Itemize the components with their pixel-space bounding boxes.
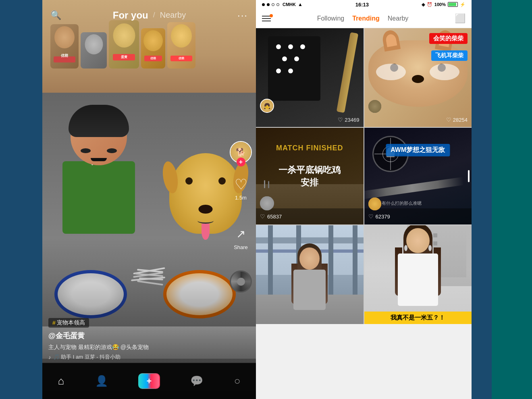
grid-cell-shiba[interactable]: 会笑的柴柴 飞机耳柴柴 ♡ 28254 (364, 28, 472, 127)
wifi-icon: ▲ (298, 2, 303, 7)
carrier-name: CMHK (283, 2, 296, 7)
person-head (71, 109, 127, 165)
music-text: 🎵 助手 I am 豆芽 - 抖音小助 (53, 353, 121, 361)
background-left (0, 0, 42, 399)
guitar-bg-layer (256, 28, 364, 127)
left-header: 🔍 For you / Nearby ··· (42, 0, 256, 30)
home-icon: ⌂ (58, 375, 64, 387)
background-right (492, 0, 532, 399)
music-info: ♪ 🎵 助手 I am 豆芽 - 抖音小助 (48, 353, 226, 361)
dog-pillow-2 (81, 32, 107, 69)
signal-dot-3 (272, 3, 274, 6)
trending-tab[interactable]: Trending (352, 15, 380, 22)
phone-right-panel: CMHK ▲ 16:13 ◈ ⏰ 100% ⚡ Following Trendi… (256, 0, 472, 399)
share-icon: ↗ (232, 225, 250, 243)
heart-icon-3: ♡ (260, 213, 265, 220)
heart-icon-1: ♡ (338, 116, 343, 123)
shiba-cell-avatar (368, 100, 381, 113)
music-disc-center (237, 278, 245, 286)
following-tab[interactable]: Following (317, 15, 345, 22)
sniper-info-bar: ♡ 62379 (364, 208, 472, 224)
heart-icon-2: ♡ (446, 116, 451, 123)
nav-home[interactable]: ⌂ (58, 375, 64, 387)
nav-tabs: Following Trending Nearby (317, 15, 409, 22)
nearby-tab[interactable]: Nearby (160, 10, 186, 20)
bottom-nav: ⌂ 👤 + 💬 ○ (42, 363, 256, 399)
discover-icon: 👤 (95, 375, 108, 387)
grid-cell-portrait[interactable]: 我真不是一米五？！ (364, 225, 472, 324)
polka-dress (268, 36, 320, 101)
girl-jacket (293, 270, 326, 310)
likes-count-4: 62379 (376, 214, 390, 220)
profile-icon: ○ (234, 375, 241, 387)
more-options-icon[interactable]: ··· (237, 10, 248, 21)
shiba-red-tag: 会笑的柴柴 (429, 33, 468, 44)
screen-cast-icon[interactable]: ⬜ (455, 13, 466, 24)
likes-count-1: 23469 (345, 117, 359, 123)
pubg-likes-area: ♡ 65837 (260, 213, 282, 220)
portrait-bottom-text: 我真不是一米五？！ (364, 312, 472, 324)
grid-cell-sniper[interactable]: AWM梦想之狙无敌 你的狙有什么打的那么准嗯 ♡ 62379 (364, 128, 472, 224)
grid-cell-pubg[interactable]: MATCH FINISHED 一杀平底锅吃鸡 安排 ♡ 65837 (256, 128, 364, 224)
nav-profile[interactable]: ○ (234, 375, 241, 387)
status-time: 16:13 (355, 2, 369, 8)
creator-avatar-container[interactable]: 🐕 + (230, 141, 252, 163)
like-count: 1.5m (235, 195, 247, 201)
shiba-blue-tag: 飞机耳柴柴 (431, 50, 468, 61)
music-note-icon: ♪ (48, 354, 51, 360)
game-text-line2: 安排 (301, 177, 318, 187)
status-right: ◈ ⏰ 100% ⚡ (422, 2, 466, 7)
nearby-tab-right[interactable]: Nearby (388, 15, 409, 22)
sniper-likes-area: ♡ 62379 (368, 213, 390, 220)
status-bar: CMHK ▲ 16:13 ◈ ⏰ 100% ⚡ (256, 0, 472, 9)
right-app-header: Following Trending Nearby ⬜ (256, 9, 472, 28)
likes-count-2: 28254 (453, 117, 468, 123)
dog-pillow-1: 优萌 (50, 24, 79, 69)
portrait-face (406, 228, 430, 253)
menu-line-3 (262, 21, 271, 21)
share-button[interactable]: ↗ Share (232, 225, 250, 250)
game-text-line1: 一杀平底锅吃鸡 (278, 165, 341, 175)
for-you-tab[interactable]: For you (113, 10, 148, 21)
phone-left-panel: 优萌 蛋黄 优萌 优萌 (42, 0, 256, 399)
battery-text: 100% (434, 2, 446, 7)
cell-avatar-1: 👧 (260, 99, 274, 113)
signal-indicators: CMHK ▲ (262, 2, 303, 7)
share-label: Share (234, 244, 248, 250)
follow-plus-badge[interactable]: + (237, 158, 245, 166)
grid-cell-guitar[interactable]: 👧 ♡ 23469 (256, 28, 364, 127)
create-button[interactable]: + (139, 374, 159, 388)
nav-discover[interactable]: 👤 (95, 375, 108, 387)
hashtag-text: 宠物本领高 (57, 319, 85, 326)
search-icon[interactable]: 🔍 (50, 10, 61, 21)
awm-tag: AWM梦想之狙无敌 (386, 144, 450, 156)
bottom-info: # 宠物本领高 @金毛蛋黄 主人与宠物 最精彩的游戏😂 @头条宠物 ♪ 🎵 助手… (48, 318, 226, 361)
portrait-body (398, 254, 438, 306)
distant-figure-2 (268, 181, 269, 188)
scroll-indicator (468, 170, 470, 182)
heart-icon: ♡ (232, 175, 250, 193)
heart-icon-4: ♡ (368, 213, 374, 220)
plus-icon: + (147, 376, 152, 387)
dog-pillow-4: 优萌 (141, 28, 165, 69)
menu-button[interactable] (262, 16, 271, 21)
header-title-area: For you / Nearby (113, 10, 186, 21)
signal-dot-2 (267, 3, 270, 6)
game-chinese-text: 一杀平底锅吃鸡 安排 (278, 164, 341, 189)
grid-cell-outdoor[interactable] (256, 225, 364, 324)
alarm-icon: ⏰ (427, 2, 432, 7)
nav-inbox[interactable]: 💬 (190, 375, 203, 387)
hashtag-badge[interactable]: # 宠物本领高 (48, 318, 89, 328)
outdoor-girl-figure (285, 243, 334, 324)
menu-line-2 (262, 18, 271, 19)
creator-username[interactable]: @金毛蛋黄 (48, 331, 226, 341)
distant-figure-1 (264, 180, 265, 188)
notification-dot (270, 14, 273, 17)
person-body (62, 161, 135, 234)
like-button[interactable]: ♡ 1.5m (232, 175, 250, 201)
nav-create[interactable]: + (139, 374, 159, 388)
music-disc[interactable] (230, 270, 252, 293)
right-side-elements: 🐕 + ♡ 1.5m ↗ Share (230, 141, 252, 293)
signal-dot-1 (262, 3, 265, 6)
likes-count-3: 65837 (267, 214, 282, 220)
